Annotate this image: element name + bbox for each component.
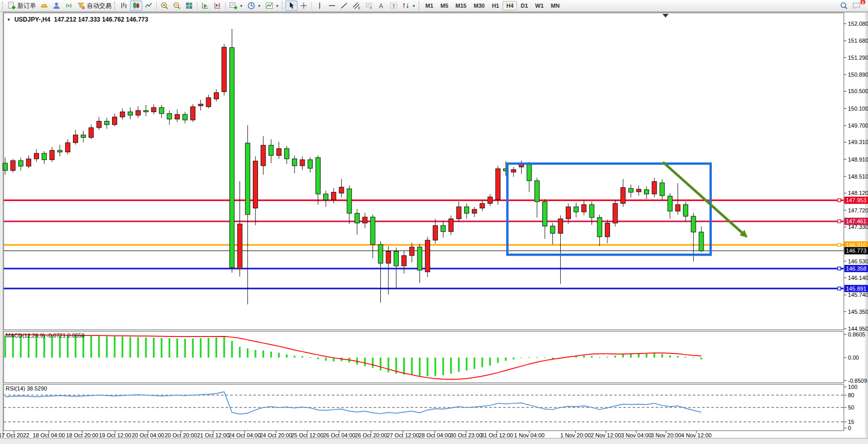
channel-icon: E: [353, 2, 361, 10]
new-order-icon: [8, 2, 16, 10]
svg-text:20 Oct 20:00: 20 Oct 20:00: [165, 432, 197, 438]
auto-scroll-button[interactable]: [199, 1, 211, 11]
svg-text:T: T: [392, 4, 395, 9]
indicators-button[interactable]: ▼: [263, 1, 281, 11]
arrows-tool-button[interactable]: ▼: [400, 1, 418, 11]
channel-tool-button[interactable]: E: [350, 1, 363, 11]
svg-text:20 Oct 04:00: 20 Oct 04:00: [132, 432, 164, 438]
svg-text:0: 0: [848, 425, 851, 431]
toolbar-grip[interactable]: [114, 2, 116, 10]
new-order-button[interactable]: 新订单: [6, 1, 38, 11]
svg-text:28 Oct 04:00: 28 Oct 04:00: [419, 432, 451, 438]
toolbar-separator: [197, 2, 197, 10]
autotrade-button[interactable]: 自动交易: [75, 1, 114, 11]
svg-text:2 Nov 12:00: 2 Nov 12:00: [590, 432, 621, 438]
svg-text:145.740: 145.740: [848, 292, 868, 298]
cursor-icon: [287, 2, 296, 10]
signal-icon: [65, 2, 73, 10]
svg-text:24 Oct 20:00: 24 Oct 20:00: [260, 432, 292, 438]
toolbar-grip[interactable]: [2, 2, 4, 10]
svg-text:148.510: 148.510: [848, 173, 868, 180]
svg-text:17 Oct 2022: 17 Oct 2022: [0, 432, 29, 438]
timeframe-h1-button[interactable]: H1: [488, 1, 503, 10]
chevron-down-icon: ▼: [239, 4, 243, 8]
trendline-tool-button[interactable]: [338, 1, 350, 11]
timeframe-mn-button[interactable]: MN: [547, 1, 563, 10]
timeframe-m1-button[interactable]: M1: [422, 1, 437, 10]
svg-text:-0.8509: -0.8509: [848, 378, 867, 384]
person-icon: [52, 2, 61, 10]
autotrade-label: 自动交易: [87, 2, 112, 10]
toolbar-grip[interactable]: [418, 2, 420, 10]
svg-text:150.890: 150.890: [848, 72, 868, 78]
gold-ingot-icon: [40, 2, 48, 10]
zoom-out-button[interactable]: [171, 1, 183, 11]
fibonacci-tool-button[interactable]: F: [363, 1, 375, 11]
chart-shift-icon: [213, 2, 221, 10]
chat-unread-badge: 1: [860, 0, 866, 5]
svg-text:0.00: 0.00: [848, 354, 859, 361]
tile-windows-button[interactable]: [183, 1, 195, 11]
svg-text:100: 100: [848, 384, 857, 390]
support-button[interactable]: [50, 1, 63, 11]
cursor-tool-button[interactable]: [285, 1, 298, 11]
timeframe-m30-button[interactable]: M30: [470, 1, 488, 10]
svg-text:18 Oct 04:00: 18 Oct 04:00: [33, 432, 65, 438]
timeframe-d1-button[interactable]: D1: [517, 1, 531, 10]
vertical-line-tool-button[interactable]: [313, 1, 326, 11]
time-axis[interactable]: 17 Oct 202218 Oct 04:0018 Oct 20:0019 Oc…: [0, 431, 712, 438]
timeframe-h4-button[interactable]: H4: [503, 1, 517, 10]
svg-text:0.8605: 0.8605: [848, 331, 865, 338]
tile-windows-icon: [185, 2, 193, 10]
status-bar: [0, 438, 868, 444]
search-button[interactable]: [838, 1, 850, 11]
mt4-terminal: 新订单 自动交易: [0, 0, 868, 444]
toolbar-separator: [311, 2, 312, 10]
svg-text:146.773: 146.773: [846, 247, 866, 254]
price-chart[interactable]: 152.080151.680151.290150.890150.500150.1…: [0, 0, 868, 444]
text-icon: A: [377, 2, 385, 10]
chart-shift-button[interactable]: [211, 1, 224, 11]
chat-button[interactable]: 1: [850, 1, 863, 11]
toolbar-grip[interactable]: [282, 2, 284, 10]
timeframe-m5-button[interactable]: M5: [437, 1, 452, 10]
timeframe-w1-button[interactable]: W1: [531, 1, 547, 10]
crosshair-tool-button[interactable]: [298, 1, 310, 11]
deposit-button[interactable]: [38, 1, 50, 11]
svg-text:145.350: 145.350: [848, 309, 868, 315]
line-chart-button[interactable]: [142, 1, 155, 11]
svg-text:F: F: [370, 6, 372, 10]
candlestick-chart-button[interactable]: [130, 1, 142, 11]
svg-text:146.530: 146.530: [848, 258, 868, 264]
svg-text:152.080: 152.080: [848, 21, 868, 27]
new-chart-button[interactable]: ▼: [227, 1, 245, 11]
zoom-in-button[interactable]: [158, 1, 171, 11]
svg-text:151.680: 151.680: [848, 38, 868, 44]
new-chart-icon: [229, 2, 237, 10]
horizontal-line-tool-button[interactable]: [326, 1, 338, 11]
svg-text:149.700: 149.700: [848, 122, 868, 129]
svg-text:149.310: 149.310: [848, 139, 868, 145]
signal-button[interactable]: [63, 1, 75, 11]
timeframe-m15-button[interactable]: M15: [452, 1, 470, 10]
svg-text:30 Oct 23:00: 30 Oct 23:00: [450, 432, 483, 438]
toolbar-separator: [156, 2, 157, 10]
period-button[interactable]: ▼: [245, 1, 263, 11]
main-toolbar: 新订单 自动交易: [0, 0, 868, 12]
toolbar-separator: [225, 2, 226, 10]
svg-text:50: 50: [848, 404, 854, 411]
text-label-tool-button[interactable]: T: [387, 1, 400, 11]
svg-text:146.140: 146.140: [848, 275, 868, 281]
svg-text:150.100: 150.100: [848, 105, 868, 112]
svg-text:A: A: [379, 3, 383, 10]
text-tool-button[interactable]: A: [375, 1, 387, 11]
svg-text:1 Nov 20:00: 1 Nov 20:00: [560, 432, 590, 438]
svg-text:19 Oct 12:00: 19 Oct 12:00: [99, 432, 132, 438]
svg-text:26 Oct 20:00: 26 Oct 20:00: [355, 432, 387, 438]
chevron-down-icon: ▼: [257, 4, 261, 8]
bar-chart-button[interactable]: [118, 1, 130, 11]
candlestick-chart-icon: [132, 2, 140, 10]
indicators-icon: [265, 2, 273, 10]
svg-text:18 Oct 20:00: 18 Oct 20:00: [66, 432, 99, 438]
horizontal-line-icon: [328, 2, 336, 10]
